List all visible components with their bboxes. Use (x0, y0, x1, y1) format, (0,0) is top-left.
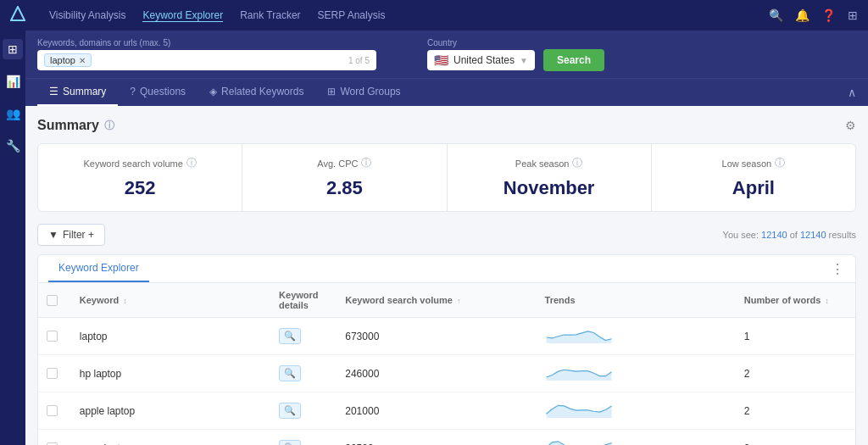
settings-gear-icon[interactable]: ⚙ (845, 119, 856, 132)
stat-card-search-volume: Keyword search volume ⓘ 252 (38, 144, 242, 211)
sidebar: ⊞ 📊 👥 🔧 (0, 31, 25, 445)
row-detail-btn[interactable]: 🔍 (279, 365, 301, 381)
row-keyword: laptop (71, 318, 270, 355)
th-trends: Trends (537, 283, 736, 318)
row-detail-btn[interactable]: 🔍 (279, 328, 301, 344)
stat-info-icon-low[interactable]: ⓘ (775, 156, 785, 170)
row-checkbox-cell (38, 318, 71, 355)
summary-title-text: Summary (37, 118, 99, 133)
row-volume: 201000 (337, 392, 536, 430)
search-label: Keywords, domains or urls (max. 5) (37, 38, 410, 47)
stats-row: Keyword search volume ⓘ 252 Avg. CPC ⓘ 2… (37, 143, 856, 212)
filter-button[interactable]: ▼ Filter + (37, 224, 105, 246)
row-words: 2 (736, 430, 855, 446)
tab-wordgroups-icon: ⊞ (327, 86, 336, 97)
table-row: hp laptop 🔍 246000 2 (38, 355, 855, 392)
sidebar-icon-chart[interactable]: 📊 (3, 71, 23, 92)
search-input[interactable] (97, 54, 370, 66)
country-label: Country (427, 38, 535, 47)
table-container: Keyword Explorer ⋮ Keyword ↕ Keyworddeta… (37, 254, 856, 445)
page-content: Summary ⓘ ⚙ Keyword search volume ⓘ 252 … (25, 106, 868, 445)
country-value: United States (453, 54, 515, 66)
tab-wordgroups-label: Word Groups (340, 86, 400, 97)
table-row: laptop 🔍 673000 1 (38, 318, 855, 355)
row-details: 🔍 (270, 430, 337, 446)
th-checkbox (38, 283, 71, 318)
stat-value-low: April (669, 177, 838, 199)
row-keyword: hp laptop (71, 355, 270, 392)
svg-marker-0 (11, 7, 25, 20)
table-tab-more-icon[interactable]: ⋮ (831, 261, 845, 277)
row-checkbox[interactable] (47, 368, 58, 379)
stat-value-cpc: 2.85 (259, 177, 429, 199)
stat-value-peak: November (465, 177, 634, 199)
stat-card-peak-season: Peak season ⓘ November (448, 144, 652, 211)
stat-label-cpc: Avg. CPC ⓘ (259, 156, 429, 170)
search-bar-area: Keywords, domains or urls (max. 5) lapto… (25, 31, 868, 78)
row-detail-btn[interactable]: 🔍 (279, 440, 301, 445)
row-words: 2 (736, 355, 855, 392)
table-row: asus laptop 🔍 90500 2 (38, 430, 855, 446)
stat-info-icon-volume[interactable]: ⓘ (186, 156, 197, 170)
nav-keyword-explorer[interactable]: Keyword Explorer (142, 9, 223, 22)
row-checkbox[interactable] (47, 405, 58, 416)
stat-info-icon-peak[interactable]: ⓘ (572, 156, 582, 170)
nav-serp-analysis[interactable]: SERP Analysis (318, 9, 386, 21)
stat-card-low-season: Low season ⓘ April (652, 144, 855, 211)
th-words[interactable]: Number of words ↕ (736, 283, 855, 318)
th-volume[interactable]: Keyword search volume ↑ (337, 283, 536, 318)
th-details: Keyworddetails (270, 283, 337, 318)
tab-summary[interactable]: ☰ Summary (37, 79, 118, 106)
tag-close-icon[interactable]: ✕ (79, 56, 86, 65)
main-layout: ⊞ 📊 👥 🔧 Keywords, domains or urls (max. … (0, 31, 868, 445)
results-total-link[interactable]: 12140 (800, 230, 826, 240)
grid-icon[interactable]: ⊞ (848, 8, 858, 22)
sidebar-icon-grid[interactable]: ⊞ (3, 39, 23, 59)
row-trend (537, 355, 736, 392)
row-checkbox[interactable] (47, 331, 58, 342)
row-details: 🔍 (270, 318, 337, 355)
logo (10, 6, 25, 25)
tabs-area: ☰ Summary ? Questions ◈ Related Keywords… (25, 78, 868, 106)
row-checkbox-cell (38, 355, 71, 392)
stat-info-icon-cpc[interactable]: ⓘ (361, 156, 371, 170)
tab-word-groups[interactable]: ⊞ Word Groups (315, 79, 412, 106)
row-volume: 246000 (337, 355, 536, 392)
summary-title: Summary ⓘ (37, 118, 114, 133)
results-link[interactable]: 12140 (761, 230, 787, 240)
header-checkbox[interactable] (47, 295, 58, 306)
row-trend (537, 430, 736, 446)
nav-rank-tracker[interactable]: Rank Tracker (240, 9, 300, 21)
tabs-collapse-icon[interactable]: ∧ (848, 86, 856, 99)
row-volume: 673000 (337, 318, 536, 355)
info-icon[interactable]: ⓘ (104, 119, 114, 133)
counter-label: 1 of 5 (348, 56, 370, 65)
keywords-table: Keyword ↕ Keyworddetails Keyword search … (38, 283, 855, 445)
row-details: 🔍 (270, 392, 337, 430)
row-words: 1 (736, 318, 855, 355)
help-icon[interactable]: ❓ (821, 8, 836, 22)
row-words: 2 (736, 392, 855, 430)
tab-related-keywords[interactable]: ◈ Related Keywords (198, 79, 315, 106)
search-nav-icon[interactable]: 🔍 (769, 8, 783, 22)
tab-related-icon: ◈ (209, 86, 217, 97)
row-detail-btn[interactable]: 🔍 (279, 403, 301, 419)
filter-bar: ▼ Filter + You see: 12140 of 12140 resul… (37, 224, 856, 246)
row-checkbox-cell (38, 392, 71, 430)
stat-value-volume: 252 (55, 177, 225, 199)
filter-button-label: Filter + (63, 229, 94, 241)
table-tabs: Keyword Explorer ⋮ (38, 255, 855, 283)
country-select[interactable]: 🇺🇸 United States ▼ (427, 50, 535, 70)
table-tab-keyword-explorer[interactable]: Keyword Explorer (48, 255, 149, 282)
table-row: apple laptop 🔍 201000 2 (38, 392, 855, 430)
bell-icon[interactable]: 🔔 (795, 8, 810, 22)
sidebar-icon-wrench[interactable]: 🔧 (3, 136, 23, 156)
tab-questions[interactable]: ? Questions (118, 79, 198, 106)
search-button[interactable]: Search (543, 49, 604, 71)
th-keyword[interactable]: Keyword ↕ (71, 283, 270, 318)
sidebar-icon-users[interactable]: 👥 (3, 103, 23, 124)
results-text: You see: 12140 of 12140 results (723, 230, 856, 240)
row-volume: 90500 (337, 430, 536, 446)
nav-visibility-analysis[interactable]: Visibility Analysis (49, 9, 125, 21)
flag-icon: 🇺🇸 (434, 53, 448, 67)
